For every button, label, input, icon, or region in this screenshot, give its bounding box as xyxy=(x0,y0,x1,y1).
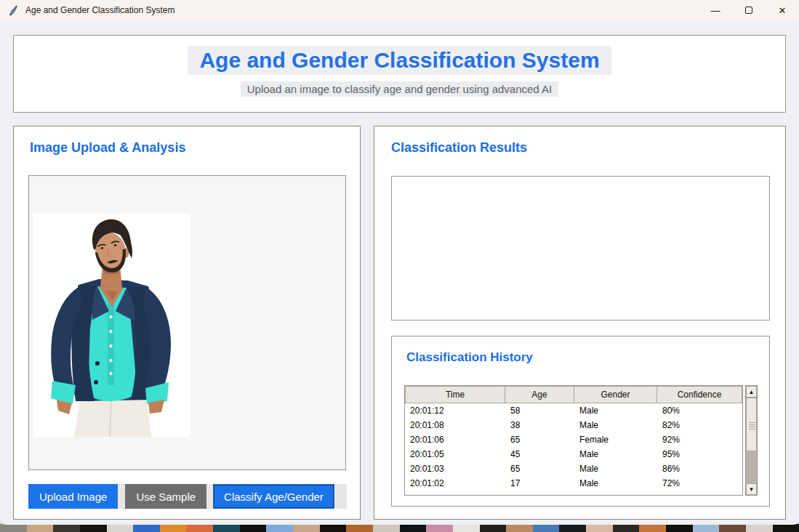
upload-panel-heading: Image Upload & Analysis xyxy=(30,140,185,156)
cell-gender: Male xyxy=(574,449,657,459)
minimize-button[interactable]: — xyxy=(699,0,732,20)
col-header-time[interactable]: Time xyxy=(405,386,505,403)
cell-time: 20:01:05 xyxy=(405,449,505,459)
table-row[interactable]: 20:01:02 17 Male 72% xyxy=(405,476,742,491)
classify-button[interactable]: Classify Age/Gender xyxy=(213,484,334,509)
app-window: Age and Gender Classification System — ✕… xyxy=(0,0,799,525)
scrollbar-grip xyxy=(749,422,755,423)
cell-gender: Female xyxy=(574,435,657,445)
history-scrollbar[interactable]: ▲ ▼ xyxy=(745,385,758,496)
cell-time: 20:01:06 xyxy=(405,435,505,445)
uploaded-photo xyxy=(33,214,190,437)
table-row[interactable]: 20:01:06 65 Female 92% xyxy=(405,432,742,447)
background-window-thumbnails xyxy=(0,524,799,532)
table-row[interactable]: 20:01:03 65 Male 86% xyxy=(405,462,742,476)
col-header-confidence[interactable]: Confidence xyxy=(657,386,742,403)
cell-time: 20:01:08 xyxy=(405,420,505,430)
cell-age: 58 xyxy=(505,406,574,416)
table-row[interactable]: 20:01:12 58 Male 80% xyxy=(405,403,742,418)
title-bar: Age and Gender Classification System — ✕ xyxy=(0,0,799,20)
page-title: Age and Gender Classification System xyxy=(188,46,611,75)
button-row: Upload Image Use Sample Classify Age/Gen… xyxy=(28,484,347,509)
cell-confidence: 95% xyxy=(657,449,742,459)
scroll-down-icon[interactable]: ▼ xyxy=(746,483,757,495)
history-table-header: Time Age Gender Confidence xyxy=(405,386,742,403)
scrollbar-thumb[interactable] xyxy=(746,398,757,451)
upload-panel: Image Upload & Analysis xyxy=(13,126,361,520)
scroll-up-icon[interactable]: ▲ xyxy=(746,386,757,398)
classification-results-box xyxy=(391,176,770,321)
table-row[interactable]: 20:01:05 45 Male 95% xyxy=(405,447,742,462)
table-row[interactable]: 20:01:08 38 Male 82% xyxy=(405,418,742,432)
cell-age: 65 xyxy=(505,435,574,445)
upload-image-button[interactable]: Upload Image xyxy=(28,484,118,509)
results-panel: Classification Results Classification Hi… xyxy=(374,126,786,520)
cell-age: 17 xyxy=(505,478,574,488)
cell-confidence: 80% xyxy=(657,406,742,416)
tk-feather-icon xyxy=(9,5,18,16)
col-header-age[interactable]: Age xyxy=(505,386,574,403)
cell-age: 65 xyxy=(505,464,574,474)
cell-age: 45 xyxy=(505,449,574,459)
cell-time: 20:01:02 xyxy=(405,478,505,488)
cell-confidence: 86% xyxy=(657,464,742,474)
use-sample-button[interactable]: Use Sample xyxy=(125,484,206,509)
results-heading: Classification Results xyxy=(391,140,527,156)
page-subtitle: Upload an image to classify age and gend… xyxy=(241,81,558,97)
cell-gender: Male xyxy=(574,406,657,416)
cell-confidence: 82% xyxy=(657,420,742,430)
cell-time: 20:01:03 xyxy=(405,464,505,474)
image-preview-box xyxy=(28,175,346,470)
header-card: Age and Gender Classification System Upl… xyxy=(13,35,786,113)
cell-gender: Male xyxy=(574,478,657,488)
history-box: Classification History Time Age Gender C… xyxy=(391,336,770,507)
person-illustration xyxy=(33,214,190,437)
cell-confidence: 92% xyxy=(657,435,742,445)
cell-confidence: 72% xyxy=(657,478,742,488)
history-table: Time Age Gender Confidence 20:01:12 58 M… xyxy=(404,385,743,496)
cell-gender: Male xyxy=(574,464,657,474)
cell-gender: Male xyxy=(574,420,657,430)
close-button[interactable]: ✕ xyxy=(766,0,799,20)
window-title: Age and Gender Classification System xyxy=(25,5,174,15)
cell-age: 38 xyxy=(505,420,574,430)
col-header-gender[interactable]: Gender xyxy=(574,386,657,403)
history-heading: Classification History xyxy=(406,350,533,365)
maximize-button[interactable] xyxy=(732,0,766,20)
maximize-glyph xyxy=(745,7,752,14)
cell-time: 20:01:12 xyxy=(405,406,505,416)
